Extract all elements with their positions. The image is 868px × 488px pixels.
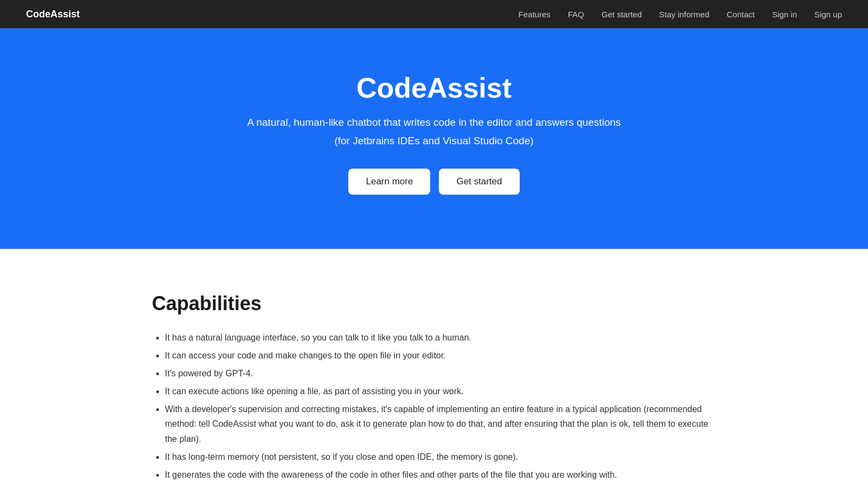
nav-links: Features FAQ Get started Stay informed C… <box>519 10 842 19</box>
hero-subtitle: A natural, human-like chatbot that write… <box>247 115 621 131</box>
nav-link-stay-informed[interactable]: Stay informed <box>659 10 710 19</box>
list-item: It generates the code with the awareness… <box>165 467 716 482</box>
nav-link-sign-in[interactable]: Sign in <box>772 10 797 19</box>
list-item: With a developer's supervision and corre… <box>165 402 716 446</box>
nav-link-features[interactable]: Features <box>519 10 551 19</box>
list-item: It has a natural language interface, so … <box>165 330 716 345</box>
hero-section: CodeAssist A natural, human-like chatbot… <box>0 28 868 249</box>
capabilities-section: Capabilities It has a natural language i… <box>0 249 868 489</box>
list-item: It's powered by GPT-4. <box>165 366 716 381</box>
learn-more-button[interactable]: Learn more <box>348 169 430 195</box>
nav-link-contact[interactable]: Contact <box>727 10 755 19</box>
list-item: It has long-term memory (not persistent,… <box>165 450 716 464</box>
nav-link-faq[interactable]: FAQ <box>568 10 584 19</box>
list-item: It can access your code and make changes… <box>165 348 716 363</box>
hero-subtitle2: (for Jetbrains IDEs and Visual Studio Co… <box>334 135 533 147</box>
get-started-button[interactable]: Get started <box>439 169 519 195</box>
navbar: CodeAssist Features FAQ Get started Stay… <box>0 0 868 28</box>
hero-title: CodeAssist <box>356 72 512 104</box>
hero-buttons: Learn more Get started <box>348 169 519 195</box>
nav-brand[interactable]: CodeAssist <box>26 9 80 20</box>
capabilities-heading: Capabilities <box>152 292 716 315</box>
capabilities-list: It has a natural language interface, so … <box>152 330 716 483</box>
nav-link-sign-up[interactable]: Sign up <box>814 10 842 19</box>
nav-link-get-started[interactable]: Get started <box>602 10 642 19</box>
list-item: It can execute actions like opening a fi… <box>165 384 716 399</box>
